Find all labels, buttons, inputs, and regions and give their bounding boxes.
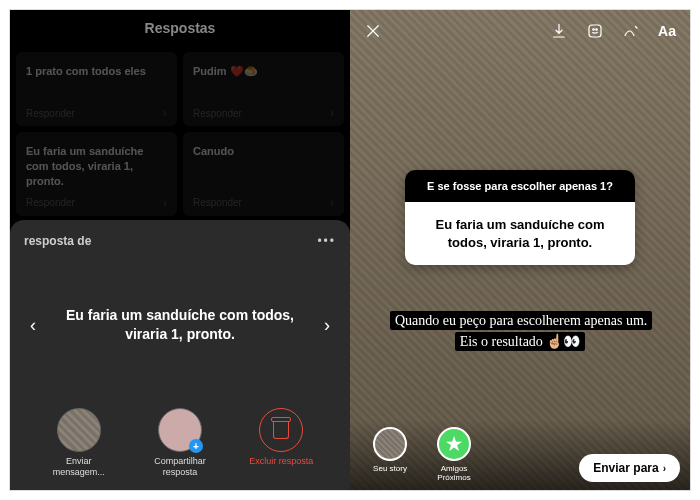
responses-pane: Respostas 1 prato com todos eles Respond… bbox=[10, 10, 350, 490]
share-bar: Seu story ★ Amigos Próximos Enviar para … bbox=[350, 419, 690, 490]
send-label: Enviar para bbox=[593, 461, 658, 475]
chevron-right-icon: › bbox=[163, 106, 167, 120]
avatar bbox=[373, 427, 407, 461]
chevron-right-icon: › bbox=[330, 196, 334, 210]
card-text: 1 prato com todos eles bbox=[26, 64, 167, 79]
chevron-right-icon: › bbox=[163, 196, 167, 210]
editor-toolbar: Aa bbox=[350, 10, 690, 52]
chevron-right-icon: › bbox=[663, 463, 666, 474]
trash-icon bbox=[259, 408, 303, 452]
dest-label: Amigos Próximos bbox=[424, 464, 484, 482]
response-detail-sheet: resposta de ••• ‹ Eu faria um sanduíche … bbox=[10, 220, 350, 490]
avatar: + bbox=[158, 408, 202, 452]
card-text: Canudo bbox=[193, 144, 334, 159]
story-editor-pane: Aa E se fosse para escolher apenas 1? Eu… bbox=[350, 10, 690, 490]
more-icon[interactable]: ••• bbox=[317, 234, 336, 248]
draw-icon[interactable] bbox=[620, 20, 642, 42]
plus-badge-icon: + bbox=[189, 439, 203, 453]
svg-point-1 bbox=[593, 29, 595, 31]
next-button[interactable]: › bbox=[318, 311, 336, 340]
card-footer[interactable]: Responder › bbox=[193, 189, 334, 210]
card-text: Pudim ❤️🍮 bbox=[193, 64, 334, 79]
close-icon[interactable] bbox=[362, 20, 384, 42]
card-footer[interactable]: Responder › bbox=[26, 99, 167, 120]
response-card[interactable]: Pudim ❤️🍮 Responder › bbox=[183, 52, 344, 126]
share-response-button[interactable]: + Compartilhar resposta bbox=[145, 408, 215, 478]
reply-label: Responder bbox=[26, 108, 75, 119]
question-answer: Eu faria um sanduíche com todos, viraria… bbox=[405, 202, 635, 265]
response-card[interactable]: Eu faria um sanduíche com todos, viraria… bbox=[16, 132, 177, 216]
reply-label: Responder bbox=[193, 197, 242, 208]
close-friends-button[interactable]: ★ Amigos Próximos bbox=[424, 427, 484, 482]
chevron-right-icon: › bbox=[330, 106, 334, 120]
story-caption[interactable]: Quando eu peço para escolherem apenas um… bbox=[390, 310, 650, 352]
card-footer[interactable]: Responder › bbox=[26, 189, 167, 210]
card-footer[interactable]: Responder › bbox=[193, 99, 334, 120]
reply-label: Responder bbox=[193, 108, 242, 119]
reply-label: Responder bbox=[26, 197, 75, 208]
action-label: Excluir resposta bbox=[246, 456, 316, 467]
response-card[interactable]: 1 prato com todos eles Responder › bbox=[16, 52, 177, 126]
sticker-icon[interactable] bbox=[584, 20, 606, 42]
selected-response-text: Eu faria um sanduíche com todos, viraria… bbox=[42, 306, 318, 345]
action-label: Compartilhar resposta bbox=[145, 456, 215, 478]
question-prompt: E se fosse para escolher apenas 1? bbox=[405, 170, 635, 202]
response-cards: 1 prato com todos eles Responder › Pudim… bbox=[10, 46, 350, 222]
action-label: Enviar mensagem... bbox=[44, 456, 114, 478]
svg-rect-0 bbox=[589, 25, 601, 37]
svg-point-2 bbox=[596, 29, 598, 31]
text-tool-icon[interactable]: Aa bbox=[656, 20, 678, 42]
header-title: Respostas bbox=[10, 10, 350, 46]
your-story-button[interactable]: Seu story bbox=[360, 427, 420, 482]
caption-text: Quando eu peço para escolherem apenas um… bbox=[390, 311, 652, 351]
delete-response-button[interactable]: Excluir resposta bbox=[246, 408, 316, 478]
dest-label: Seu story bbox=[360, 464, 420, 473]
download-icon[interactable] bbox=[548, 20, 570, 42]
prev-button[interactable]: ‹ bbox=[24, 311, 42, 340]
card-text: Eu faria um sanduíche com todos, viraria… bbox=[26, 144, 167, 189]
send-message-button[interactable]: Enviar mensagem... bbox=[44, 408, 114, 478]
response-card[interactable]: Canudo Responder › bbox=[183, 132, 344, 216]
question-sticker[interactable]: E se fosse para escolher apenas 1? Eu fa… bbox=[405, 170, 635, 265]
sheet-title: resposta de bbox=[24, 234, 91, 248]
avatar bbox=[57, 408, 101, 452]
send-to-button[interactable]: Enviar para › bbox=[579, 454, 680, 482]
star-icon: ★ bbox=[437, 427, 471, 461]
